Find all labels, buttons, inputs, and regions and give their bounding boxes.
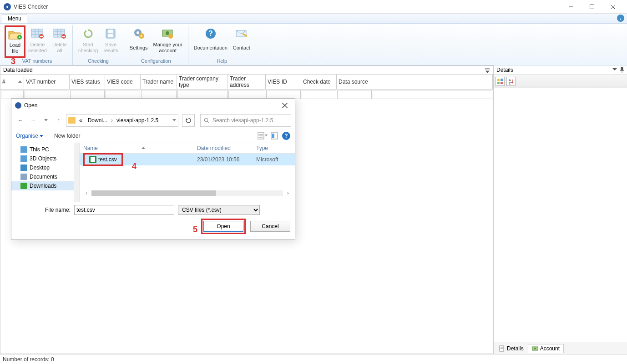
- panel-dropdown-icon[interactable]: [612, 67, 617, 73]
- dialog-titlebar[interactable]: Open: [11, 99, 295, 112]
- ribbon-group-help-label: Help: [217, 58, 227, 64]
- grid-col-company-type[interactable]: Trader company type: [177, 75, 228, 89]
- dialog-toolbar: Organise New folder ?: [11, 129, 295, 143]
- minimize-button[interactable]: [561, 0, 581, 14]
- filename-input[interactable]: [74, 205, 174, 215]
- svg-rect-35: [501, 82, 503, 84]
- nav-back-button[interactable]: ←: [15, 115, 26, 126]
- load-file-button[interactable]: Load file: [5, 25, 25, 58]
- documentation-button[interactable]: ? Documentation: [191, 25, 230, 58]
- toolbar-categorize-icon[interactable]: [496, 77, 505, 86]
- open-button-highlight: Open: [201, 219, 246, 234]
- grid-filter-spacer[interactable]: [373, 90, 492, 99]
- tab-account[interactable]: Account: [528, 344, 564, 353]
- grid-col-vies-id[interactable]: VIES ID: [266, 75, 301, 89]
- grid-filter-status[interactable]: [70, 90, 105, 99]
- open-button[interactable]: Open: [203, 221, 243, 232]
- svg-rect-20: [108, 30, 113, 33]
- hscroll-left-icon[interactable]: ‹: [83, 190, 90, 196]
- money-icon: [532, 345, 538, 352]
- grid-filter-company-type[interactable]: [177, 90, 228, 99]
- file-col-type[interactable]: Type: [253, 145, 295, 151]
- file-col-name[interactable]: Name: [80, 145, 193, 151]
- file-list-hscroll[interactable]: ‹ ›: [80, 188, 295, 198]
- tab-details[interactable]: Details: [495, 344, 528, 353]
- svg-point-45: [204, 118, 208, 122]
- save-results-button[interactable]: Save results: [101, 25, 121, 58]
- nav-up-button[interactable]: ↑: [53, 115, 64, 126]
- grid-col-address[interactable]: Trader address: [228, 75, 266, 89]
- info-icon[interactable]: i: [617, 15, 624, 22]
- grid-col-trader-name[interactable]: Trader name: [141, 75, 177, 89]
- grid-col-check-date[interactable]: Check date: [301, 75, 337, 89]
- panel-dropdown-icon[interactable]: [485, 67, 490, 73]
- settings-button[interactable]: Settings: [127, 25, 151, 58]
- close-button[interactable]: [602, 0, 623, 14]
- sidebar-item-downloads[interactable]: Downloads: [11, 181, 79, 190]
- ribbon: Load file Delete selected Delete all VAT…: [0, 24, 627, 65]
- delete-selected-button[interactable]: Delete selected: [25, 25, 50, 58]
- svg-text:Z: Z: [509, 82, 511, 85]
- view-preview-icon[interactable]: [271, 132, 278, 140]
- hscroll-thumb[interactable]: [91, 190, 216, 196]
- new-folder-button[interactable]: New folder: [54, 133, 80, 139]
- breadcrumb[interactable]: « Downl... › viesapi-app-1.2.5: [66, 114, 178, 127]
- organise-button[interactable]: Organise: [16, 133, 43, 139]
- delete-all-button[interactable]: Delete all: [50, 25, 70, 58]
- grid-header: # VAT number VIES status VIES code Trade…: [0, 75, 493, 90]
- nav-recent-button[interactable]: [40, 115, 51, 126]
- grid-col-data-source[interactable]: Data source: [337, 75, 372, 89]
- hscroll-track[interactable]: [91, 190, 283, 196]
- grid-filter-check-date[interactable]: [302, 90, 336, 99]
- annotation-4: 4: [132, 162, 137, 171]
- file-row-selected[interactable]: test.csv 23/01/2023 10:56 Microsoft: [80, 154, 295, 165]
- file-col-modified[interactable]: Date modified: [193, 145, 253, 151]
- grid-col-vat[interactable]: VAT number: [24, 75, 70, 89]
- hscroll-right-icon[interactable]: ›: [285, 190, 291, 196]
- details-toolbar: AZ: [494, 75, 627, 88]
- menu-tab[interactable]: Menu: [2, 14, 27, 23]
- dialog-search-input[interactable]: Search viesapi-app-1.2.5: [200, 114, 291, 127]
- file-name-highlight: test.csv: [83, 153, 123, 166]
- svg-text:?: ?: [208, 30, 213, 37]
- grid-col-code[interactable]: VIES code: [105, 75, 141, 89]
- dialog-file-list: Name Date modified Type test.csv 23/01/2…: [80, 143, 295, 202]
- grid-filter-address[interactable]: [228, 90, 265, 99]
- sidebar-scrollbar[interactable]: [74, 143, 79, 202]
- maximize-button[interactable]: [581, 0, 602, 14]
- panel-pin-icon[interactable]: [620, 67, 624, 73]
- sidebar-item-desktop[interactable]: Desktop: [11, 163, 79, 172]
- contact-label: Contact: [233, 42, 250, 54]
- nav-forward-button[interactable]: →: [28, 115, 39, 126]
- view-list-icon[interactable]: [258, 132, 268, 140]
- breadcrumb-prefix[interactable]: «: [77, 117, 84, 124]
- dialog-help-icon[interactable]: ?: [282, 132, 290, 140]
- folder-open-icon: [8, 27, 22, 41]
- grid-col-status[interactable]: VIES status: [70, 75, 105, 89]
- grid-filter-index[interactable]: [1, 90, 24, 99]
- breadcrumb-part1[interactable]: Downl...: [86, 117, 109, 124]
- grid-filter-trader-name[interactable]: [141, 90, 177, 99]
- start-checking-button[interactable]: Start checking: [76, 25, 101, 58]
- cancel-button[interactable]: Cancel: [250, 221, 290, 232]
- svg-line-46: [207, 121, 209, 123]
- filetype-select[interactable]: CSV files (*.csv): [178, 205, 260, 215]
- toolbar-sort-icon[interactable]: AZ: [506, 77, 516, 86]
- refresh-button[interactable]: [182, 114, 195, 127]
- grid-filter-data-source[interactable]: [337, 90, 372, 99]
- grid-filter-vat[interactable]: [25, 90, 69, 99]
- grid-filter-vies-id[interactable]: [266, 90, 301, 99]
- grid-filter-code[interactable]: [106, 90, 140, 99]
- manage-account-button[interactable]: Manage your account: [151, 25, 185, 58]
- dialog-close-button[interactable]: [278, 102, 291, 109]
- chevron-down-icon[interactable]: [172, 119, 176, 122]
- sidebar-item-documents[interactable]: Documents: [11, 172, 79, 181]
- sidebar-item-this-pc[interactable]: This PC: [11, 145, 79, 154]
- file-type: Microsoft: [253, 156, 295, 163]
- grid-col-index[interactable]: #: [0, 75, 24, 89]
- sidebar-item-3d[interactable]: 3D Objects: [11, 154, 79, 163]
- contact-button[interactable]: Contact: [230, 25, 253, 58]
- dialog-title: Open: [24, 102, 37, 109]
- folder-icon: [68, 117, 76, 124]
- breadcrumb-part2[interactable]: viesapi-app-1.2.5: [115, 117, 160, 124]
